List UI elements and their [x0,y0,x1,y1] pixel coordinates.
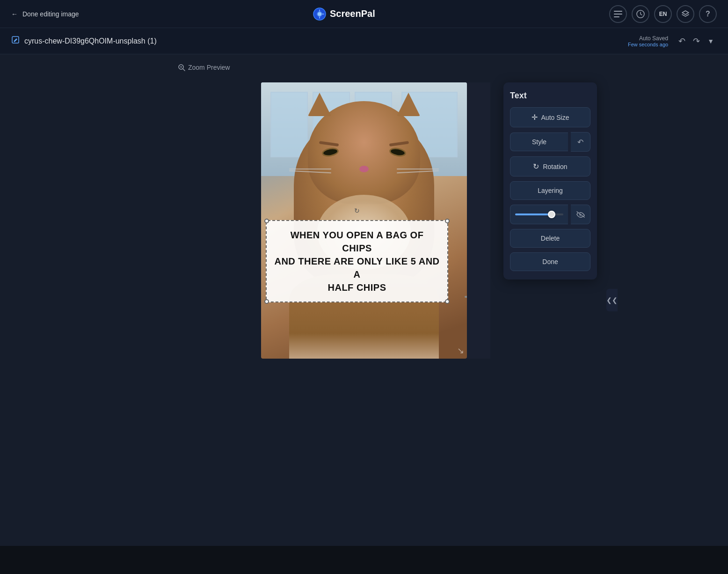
menu-icon-button[interactable] [609,5,627,23]
rotation-label: Rotation [543,163,567,170]
resize-handle-tl[interactable] [264,219,269,223]
resize-handle-bl[interactable] [264,299,269,304]
rotate-handle[interactable]: ↻ [353,207,361,214]
file-name-label: cyrus-chew-DI39g6QhOIM-unsplash (1) [24,37,157,45]
history-buttons: ↶ ↷ ▼ [676,33,717,49]
autosave-status: Auto Saved Few seconds ago [628,35,668,47]
bottom-bar [0,546,728,574]
undo-button[interactable]: ↶ [676,33,688,49]
layers-icon [681,10,690,18]
zoom-preview-label: Zoom Preview [188,64,230,71]
delete-label: Delete [541,235,560,242]
logo-text: ScreenPal [330,8,375,19]
auto-size-icon: ✛ [531,113,538,122]
layers-icon-button[interactable] [677,5,694,23]
resize-handle-br[interactable] [445,299,450,304]
topbar: ← Done editing image ScreenPal EN [0,0,728,28]
opacity-slider-wrap [510,205,568,224]
canvas-wrapper: ↻ WHEN YOU OPEN A BAG OF CHIPS AND THERE… [261,82,467,359]
back-button[interactable]: ← Done editing image [11,10,79,18]
question-icon: ? [706,10,710,18]
zoom-preview-button[interactable]: Zoom Preview [178,64,230,71]
autosave-time: Few seconds ago [628,42,668,47]
secondbar: cyrus-chew-DI39g6QhOIM-unsplash (1) Auto… [0,28,728,54]
dropdown-button[interactable]: ▼ [705,35,717,48]
layering-button[interactable]: Layering [510,181,590,200]
auto-size-label: Auto Size [541,114,569,121]
done-button[interactable]: Done [510,252,590,271]
history-icon-button[interactable] [632,5,649,23]
style-reset-button[interactable]: ↶ [571,132,590,152]
layering-label: Layering [538,187,563,194]
eye-hidden-icon [576,211,585,218]
logo-icon [313,7,326,21]
style-label: Style [532,138,546,146]
back-arrow-icon: ← [11,10,18,18]
overlay-text: WHEN YOU OPEN A BAG OF CHIPS AND THERE A… [274,228,440,294]
autosave-area: Auto Saved Few seconds ago ↶ ↷ ▼ [628,33,717,49]
canvas-side-bar [467,82,490,359]
cat-image: ↻ WHEN YOU OPEN A BAG OF CHIPS AND THERE… [261,82,467,359]
text-overlay[interactable]: ↻ WHEN YOU OPEN A BAG OF CHIPS AND THERE… [266,220,448,302]
logo: ScreenPal [313,7,375,21]
svg-point-1 [318,12,321,16]
opacity-row [510,205,590,224]
autosave-label: Auto Saved [628,35,668,42]
language-button[interactable]: EN [654,5,672,23]
back-label: Done editing image [22,10,79,18]
delete-button[interactable]: Delete [510,229,590,248]
panel-title: Text [510,91,590,101]
edit-icon [11,36,20,46]
auto-size-button[interactable]: ✛ Auto Size [510,107,590,127]
rotation-button[interactable]: ↻ Rotation [510,156,590,177]
done-label: Done [542,258,558,265]
reset-icon: ↶ [577,138,583,147]
svg-rect-2 [614,11,622,12]
style-row: Style ↶ [510,132,590,152]
opacity-slider[interactable] [515,213,563,215]
file-title-area: cyrus-chew-DI39g6QhOIM-unsplash (1) [11,36,157,46]
help-icon-button[interactable]: ? [699,5,717,23]
text-panel: Text ✛ Auto Size Style ↶ ↻ Rotation Laye… [503,82,597,280]
chevron-right-icon: ❮❮ [606,296,618,304]
hamburger-icon [614,11,622,17]
rotation-icon: ↻ [533,162,539,171]
topbar-actions: EN ? [609,5,717,23]
main-canvas-area: Zoom Preview [0,54,728,546]
svg-rect-4 [614,16,619,17]
opacity-eye-button[interactable] [571,205,590,224]
collapse-panel-button[interactable]: ❮❮ [606,289,618,311]
svg-line-8 [183,69,185,71]
lang-label: EN [659,11,667,17]
style-button[interactable]: Style [510,132,568,151]
redo-button[interactable]: ↷ [690,33,703,49]
resize-handle-tr[interactable] [445,219,450,223]
zoom-icon [178,64,185,71]
svg-rect-3 [614,14,622,15]
clock-icon [636,10,645,18]
